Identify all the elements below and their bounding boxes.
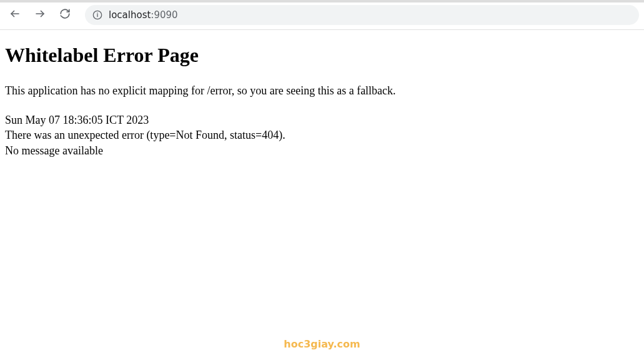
tab-bar-shadow [0,0,644,2]
arrow-right-icon [34,8,46,22]
error-timestamp: Sun May 07 18:36:05 ICT 2023 [5,112,639,128]
reload-icon [59,8,71,22]
error-title: Whitelabel Error Page [5,44,639,67]
url-port: :9090 [151,9,177,21]
forward-button[interactable] [30,5,50,25]
url-text: localhost:9090 [109,9,178,21]
back-button[interactable] [5,5,25,25]
error-description: This application has no explicit mapping… [5,84,639,98]
error-detail: There was an unexpected error (type=Not … [5,128,639,142]
reload-button[interactable] [55,5,75,25]
page-content: Whitelabel Error Page This application h… [0,30,644,163]
address-bar[interactable]: localhost:9090 [85,5,639,25]
watermark: hoc3giay.com [284,338,360,350]
url-host: localhost [109,9,151,21]
browser-toolbar: localhost:9090 [0,0,644,30]
error-message: No message available [5,143,639,158]
arrow-left-icon [9,8,21,22]
info-icon [92,10,102,20]
